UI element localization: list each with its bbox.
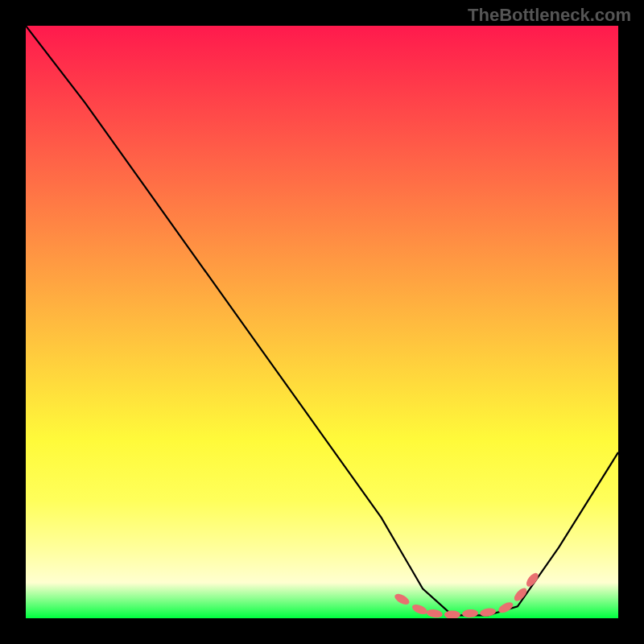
- watermark-text: TheBottleneck.com: [468, 5, 631, 26]
- optimal-marker: [426, 609, 443, 618]
- chart-container: TheBottleneck.com: [0, 0, 644, 644]
- bottleneck-curve: [26, 26, 618, 615]
- plot-area: [26, 26, 618, 618]
- optimal-marker: [444, 611, 460, 618]
- optimal-marker: [462, 609, 479, 617]
- chart-svg: [26, 26, 618, 618]
- optimal-range-markers: [393, 571, 540, 618]
- optimal-marker: [411, 602, 428, 616]
- optimal-marker: [393, 592, 411, 607]
